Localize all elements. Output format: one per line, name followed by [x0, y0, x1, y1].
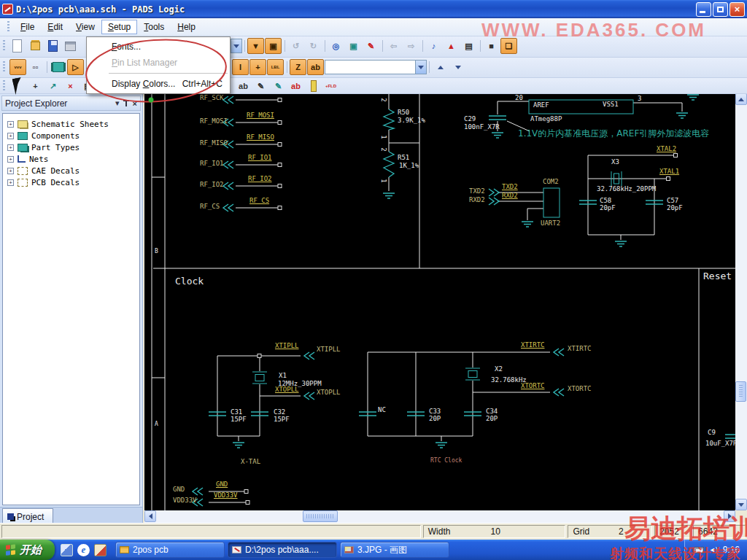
add-text-icon[interactable]: ✎: [270, 79, 287, 93]
label-xtopll: XTOPLL: [317, 389, 341, 397]
start-button[interactable]: 开始: [0, 540, 55, 560]
menu-help[interactable]: Help: [171, 20, 202, 34]
restore-button[interactable]: [713, 2, 728, 17]
select-pins-icon[interactable]: vvv: [9, 59, 26, 75]
attr-ab-icon[interactable]: ab: [287, 79, 304, 93]
horizontal-scrollbar[interactable]: [144, 510, 735, 523]
window-icon[interactable]: ❏: [500, 38, 517, 54]
zoom-icon[interactable]: ◎: [328, 38, 344, 54]
taskbar-button-2pos-pcb[interactable]: 2pos pcb: [115, 542, 225, 558]
add-part-icon[interactable]: [50, 59, 66, 75]
redo-icon[interactable]: ↻: [305, 38, 322, 54]
label-20pf: 20pF: [667, 205, 683, 212]
cam-icon[interactable]: ■: [483, 38, 500, 54]
save-icon[interactable]: [44, 38, 61, 54]
copy-icon[interactable]: ↗: [44, 79, 61, 93]
menu-item-fonts[interactable]: Fonts...: [87, 39, 230, 55]
app-icon2[interactable]: [61, 544, 73, 556]
nets-icon[interactable]: ♪: [425, 38, 442, 54]
pane-menu-icon[interactable]: ▾: [115, 98, 120, 108]
menu-setup[interactable]: Setup: [101, 20, 137, 34]
scroll-left-icon[interactable]: [144, 510, 156, 522]
selection-gate-icon[interactable]: ▣: [265, 38, 282, 54]
expander-icon[interactable]: +: [7, 144, 14, 151]
scroll-right-icon[interactable]: [724, 510, 735, 522]
scroll-up-icon[interactable]: [735, 93, 747, 105]
menu-edit[interactable]: Edit: [41, 20, 69, 34]
open-icon[interactable]: [27, 38, 44, 54]
crystal-x2: [465, 368, 480, 380]
redraw-brush-icon[interactable]: ✎: [363, 38, 379, 54]
text-ab-icon[interactable]: ab: [307, 59, 324, 75]
delete-icon[interactable]: ×: [62, 79, 79, 93]
add-gate-icon[interactable]: ▷: [67, 59, 84, 75]
net-name-combo[interactable]: [325, 60, 427, 74]
move-down-icon[interactable]: [449, 59, 466, 75]
select-arrow-icon[interactable]: [9, 79, 26, 93]
grid-field[interactable]: Grid 2: [568, 525, 652, 538]
move-up-icon[interactable]: [432, 59, 449, 75]
label-vss1: VSS1: [603, 101, 619, 109]
expander-icon[interactable]: +: [7, 179, 14, 186]
y-coordinate-field: 6642: [693, 525, 746, 538]
add-bus-icon[interactable]: Z: [290, 59, 306, 75]
board-view-icon[interactable]: ▣: [345, 38, 362, 54]
menu-view[interactable]: View: [69, 20, 101, 34]
expander-icon[interactable]: +: [7, 133, 14, 139]
select-parts-icon[interactable]: ▫▫: [27, 59, 44, 75]
label-20pf: 20pF: [600, 205, 616, 212]
scroll-down-icon[interactable]: [735, 499, 747, 510]
paint-icon[interactable]: [94, 544, 107, 556]
expander-icon[interactable]: +: [7, 121, 14, 128]
vertical-scroll-thumb[interactable]: [735, 381, 746, 402]
query-text-icon[interactable]: ab: [235, 79, 252, 93]
system-tray: ◄) 9:16: [684, 540, 747, 560]
close-button[interactable]: ×: [729, 2, 745, 17]
tree-item-components[interactable]: +Components: [3, 130, 139, 141]
back-sheet-icon[interactable]: ⇦: [385, 38, 402, 54]
volume-icon[interactable]: ◄): [709, 546, 718, 553]
line-width-field[interactable]: Width 10: [423, 525, 566, 538]
label-uart2: UART2: [541, 220, 560, 228]
add-junction-icon[interactable]: +: [249, 59, 266, 75]
keyboard-icon[interactable]: [694, 547, 704, 553]
forward-sheet-icon[interactable]: ⇨: [403, 38, 419, 54]
toolbar-separator: [282, 39, 287, 53]
toolbar-separator: [44, 60, 50, 74]
measure-ruler-icon[interactable]: [305, 79, 322, 93]
tree-item-schematic-sheets[interactable]: +Schematic Sheets: [3, 118, 139, 130]
tree-item-nets[interactable]: +Nets: [3, 153, 139, 165]
pin-icon[interactable]: [123, 100, 129, 106]
add-connection-icon[interactable]: I: [232, 59, 249, 75]
ie-icon[interactable]: e: [77, 544, 90, 556]
label-rf-io1: RF_IO1: [200, 160, 224, 168]
new-icon[interactable]: [9, 38, 26, 54]
selection-filter-icon[interactable]: ▼: [247, 38, 264, 54]
label-icon[interactable]: LBL: [267, 59, 284, 75]
field-icon[interactable]: +FLD: [322, 79, 339, 93]
print-icon[interactable]: [62, 38, 79, 54]
tree-item-cae-decals[interactable]: +CAE Decals: [3, 165, 139, 176]
expander-icon[interactable]: +: [7, 156, 14, 163]
tab-project[interactable]: Project: [2, 508, 53, 523]
expander-icon[interactable]: +: [7, 168, 14, 174]
tree-item-part-types[interactable]: +Part Types: [3, 141, 139, 153]
minimize-button[interactable]: [696, 2, 711, 17]
menu-item-display-colors[interactable]: Display Colors...Ctrl+Alt+C: [87, 76, 230, 92]
horizontal-scroll-thumb[interactable]: [303, 510, 338, 522]
toolbar-separator: [285, 60, 290, 74]
edit-text-icon[interactable]: ✎: [252, 79, 269, 93]
schematic-canvas[interactable]: RF_SCKRF_MOSIRF_MISORF_IO1RF_IO2RF_CSRF_…: [144, 93, 735, 510]
tree-item-pcb-decals[interactable]: +PCB Decals: [3, 176, 139, 188]
component-icon: [18, 132, 28, 140]
menu-tools[interactable]: Tools: [137, 20, 171, 34]
taskbar-button-3-jpg-画图[interactable]: 3.JPG - 画图: [340, 542, 449, 558]
properties-icon[interactable]: ▤: [460, 38, 477, 54]
undo-icon[interactable]: ↺: [287, 38, 304, 54]
taskbar-button-d-2pos-pcb-aaa[interactable]: D:\2pos pcb\aaa....: [228, 542, 337, 558]
move-icon[interactable]: +: [27, 79, 44, 93]
vertical-scrollbar[interactable]: [735, 93, 747, 510]
menu-file[interactable]: File: [14, 20, 41, 34]
close-pane-icon[interactable]: ×: [133, 99, 137, 108]
ole-flame-icon[interactable]: ▲: [443, 38, 460, 54]
